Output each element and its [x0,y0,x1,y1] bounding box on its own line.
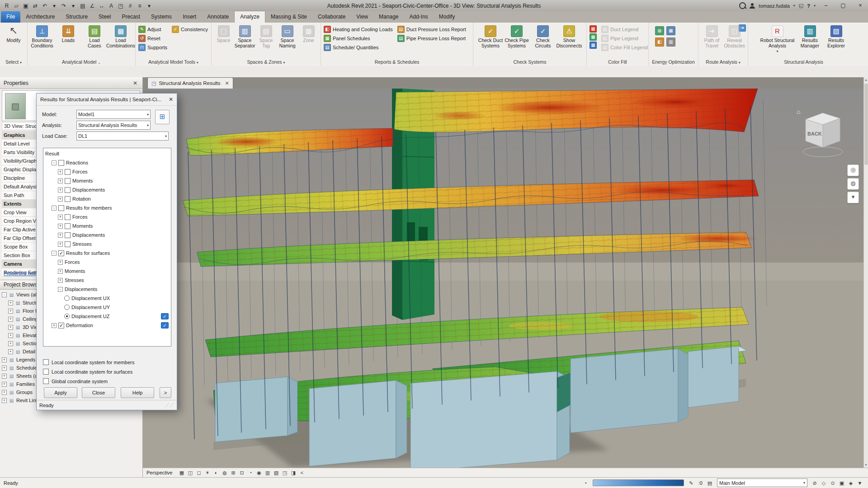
expand-toggle[interactable]: + [58,242,63,247]
scrollbar-thumb[interactable] [864,84,868,165]
ribbon-tab[interactable]: Systems [146,11,177,23]
pipe-legend[interactable]: ▤ Pipe Legend [601,34,648,42]
check-circuits[interactable]: ✓ Check Circuits [530,24,556,49]
energy-results-icon[interactable]: ▥ [666,38,675,47]
ribbon-tab[interactable]: Structure [60,11,93,23]
zoom-icon[interactable]: ◍ [847,178,859,190]
tree-checkbox[interactable] [65,187,71,193]
expand-toggle[interactable]: - [52,251,57,256]
energy-settings-icon[interactable]: ◍ [655,26,664,35]
visual-style-icon[interactable]: ◻ [195,469,203,476]
tree-checkbox[interactable] [65,196,71,202]
tree-row[interactable]: + Forces [43,258,171,267]
expand-toggle[interactable]: + [58,169,63,174]
tree-row[interactable]: + Displacements [43,185,171,194]
result-visibility-toggle[interactable]: ✓ [161,322,169,328]
tree-checkbox[interactable] [58,323,64,328]
collapse-icon[interactable]: < [298,469,306,476]
tree-row[interactable]: + Rotation [43,194,171,203]
tree-row[interactable]: + Moments [43,267,171,276]
temporary-hide-isolate-icon[interactable]: ◔ [246,469,254,476]
consistency[interactable]: ✓ Consistency [172,25,208,33]
load-case-select[interactable]: DL1▾ [76,131,169,141]
robot-structural-analysis[interactable]: R Robot Structural Analysis ▾ [759,24,797,53]
qat-customize-icon[interactable]: ▾ [145,2,153,10]
shadows-icon[interactable]: ◐ [212,469,220,476]
expand-toggle[interactable]: + [2,366,7,371]
tree-checkbox[interactable] [65,232,71,238]
space-separator[interactable]: ▥ Space Separator [235,24,255,49]
tree-row[interactable]: Displacement UX [43,294,171,303]
tree-checkbox[interactable] [65,214,71,220]
option-row[interactable]: Local coordinate system for members [43,359,134,365]
print-icon[interactable]: ▤ [79,2,87,10]
editing-requests-icon[interactable]: ✎ [688,479,695,487]
drawing-area[interactable]: ⌂ BACK ◎◍▾ [143,89,863,468]
color-fill-legend-icon[interactable]: ▦ [590,42,597,49]
close-button[interactable]: × [854,0,867,11]
ribbon-tab[interactable]: Annotate [202,11,234,23]
expand-toggle[interactable]: + [8,341,13,346]
open-icon[interactable]: ▱ [12,2,20,10]
ribbon-tab[interactable]: File [1,11,20,23]
selection-filter-icon[interactable]: ▼ [856,479,863,487]
expand-toggle[interactable]: + [8,317,13,322]
expand-toggle[interactable]: + [58,233,63,238]
tree-row[interactable]: - Results for members [43,203,171,212]
vertical-scrollbar[interactable]: ▲ ▼ [863,77,868,468]
properties-close-icon[interactable]: ✕ [132,80,139,86]
panel-label-spaces-zones[interactable]: Spaces & Zones ▾ [212,59,321,66]
view-cube[interactable]: ⌂ BACK [795,106,847,160]
help-button[interactable]: Help [121,387,154,398]
check-pipe-systems[interactable]: ✓ Check Pipe Systems [504,24,529,49]
redo-icon[interactable]: ↷ [60,2,68,10]
worksharing-display-icon[interactable]: ▥ [264,469,271,476]
boundary-conditions[interactable]: ⊥ Boundary Conditions [29,24,55,49]
view-tab[interactable]: ◳ Structural Analysis Results ✕ [147,77,233,89]
redo-caret-icon[interactable]: ▾ [69,2,77,10]
expand-toggle[interactable]: + [2,398,7,403]
signed-in-user[interactable]: tomasz.fudala [759,3,789,9]
duct-pressure-loss-report[interactable]: ▤ Duct Pressure Loss Report [397,25,466,33]
expand-toggle[interactable]: + [8,300,13,305]
show-analytical-model-icon[interactable]: ◳ [281,469,288,476]
expand-toggle[interactable]: + [52,323,57,328]
heating-cooling-loads[interactable]: ◧ Heating and Cooling Loads [324,25,393,33]
schedule-quantities[interactable]: ▤ Schedule/ Quantities [324,43,393,52]
results-manager[interactable]: ▥ Results Manager [797,24,823,53]
tree-radio[interactable] [64,305,70,310]
expand-toggle[interactable]: + [2,382,7,387]
tree-row[interactable]: Displacement UZ ✓ [43,312,171,321]
panel-schedules[interactable]: ▦ Panel Schedules [324,34,393,42]
ribbon-tab[interactable]: Collaborate [312,11,351,23]
tree-checkbox[interactable] [65,223,71,229]
aligned-dimension-icon[interactable]: ↔ [98,2,106,10]
results-explorer[interactable]: ▧ Results Explorer [824,24,849,53]
panel-label-color-fill[interactable]: Color Fill [587,59,648,66]
background-processes-icon[interactable]: ◔ [582,479,589,487]
render-dialog-icon[interactable]: ◍ [221,469,228,476]
tree-row[interactable]: Displacement UY [43,303,171,312]
tree-row[interactable]: - Results for surfaces [43,249,171,258]
panel-label-analytical-model-tools[interactable]: Analytical Model Tools ▾ [136,59,211,66]
minimize-button[interactable]: – [819,0,833,11]
dialog-close-icon[interactable]: ✕ [166,96,173,103]
result-visibility-toggle[interactable]: ✓ [161,313,169,319]
supports[interactable]: ⊓ Supports [138,43,167,52]
show-disconnects[interactable]: ⚠ Show Disconnects [557,24,582,49]
undo-caret-icon[interactable]: ▾ [50,2,58,10]
view-scale-label[interactable]: Perspective [146,470,172,475]
model-select[interactable]: Model1▾ [76,110,151,119]
steering-wheel-icon[interactable]: ◎ [847,164,859,176]
reveal-hidden-elements-icon[interactable]: ◉ [255,469,263,476]
ribbon-tab[interactable]: Manage [373,11,404,23]
sync-icon[interactable]: ⇄ [31,2,39,10]
view-tab-close-icon[interactable]: ✕ [223,80,229,86]
select-pinned-toggle-icon[interactable]: ⊙ [829,479,836,487]
user-menu-caret-icon[interactable]: ▾ [793,4,795,8]
panel-label-check-systems[interactable]: Check Systems [473,59,586,66]
apply-button[interactable]: Apply [44,387,77,398]
crop-view-icon[interactable]: ⊞ [229,469,237,476]
expand-toggle[interactable]: + [58,178,63,183]
resize-grip[interactable]: ⋰⋰ [165,403,174,408]
